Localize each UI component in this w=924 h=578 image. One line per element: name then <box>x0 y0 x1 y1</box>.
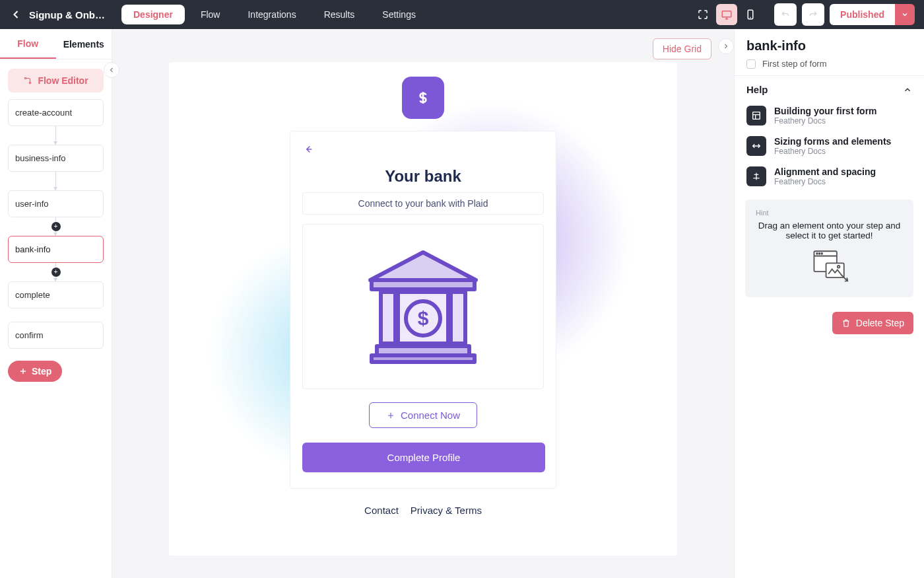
footer-privacy[interactable]: Privacy & Terms <box>411 505 482 516</box>
tab-elements[interactable]: Elements <box>56 29 112 59</box>
svg-point-17 <box>821 253 822 254</box>
step-create-account[interactable]: create-account <box>8 99 104 126</box>
connect-now-button[interactable]: Connect Now <box>369 402 477 428</box>
step-connector-plus[interactable]: + <box>8 263 104 281</box>
add-step-button[interactable]: Step <box>8 361 62 382</box>
first-step-checkbox[interactable]: First step of form <box>746 59 912 69</box>
help-title: Building your first form <box>774 106 877 116</box>
nav-designer[interactable]: Designer <box>121 5 185 24</box>
trash-icon <box>842 318 851 328</box>
flow-editor-label: Flow Editor <box>38 75 88 86</box>
help-title: Alignment and spacing <box>774 166 876 177</box>
viewport-fullscreen[interactable] <box>692 4 713 25</box>
step-connector <box>8 126 104 145</box>
svg-rect-8 <box>381 292 395 343</box>
complete-profile-button[interactable]: Complete Profile <box>302 443 545 472</box>
svg-point-16 <box>818 253 820 254</box>
step-confirm[interactable]: confirm <box>8 322 104 349</box>
add-step-label: Step <box>32 366 51 377</box>
hint-message: Drag an element onto your step and selec… <box>756 221 903 240</box>
svg-point-15 <box>816 253 818 254</box>
tab-flow[interactable]: Flow <box>0 29 56 59</box>
svg-text:$: $ <box>418 307 429 329</box>
delete-step-button[interactable]: Delete Step <box>832 312 913 334</box>
top-nav: Designer Flow Integrations Results Setti… <box>121 5 428 24</box>
svg-marker-4 <box>370 252 476 280</box>
viewport-group <box>692 4 761 25</box>
publish-button[interactable]: Published <box>830 4 895 25</box>
footer-links: Contact Privacy & Terms <box>169 505 677 516</box>
panel-right: bank-info First step of form Help Buildi… <box>734 29 924 578</box>
sidebar-left: Flow Elements Flow Editor create-account… <box>0 29 112 578</box>
svg-point-2 <box>25 77 26 79</box>
step-bank-info[interactable]: bank-info <box>8 236 104 263</box>
svg-rect-7 <box>372 355 475 362</box>
artboard[interactable]: Your bank Connect to your bank with Plai… <box>169 62 677 556</box>
publish-dropdown[interactable] <box>895 4 915 25</box>
form-card[interactable]: Your bank Connect to your bank with Plai… <box>290 131 556 489</box>
step-complete[interactable]: complete <box>8 281 104 308</box>
viewport-desktop[interactable] <box>716 4 737 25</box>
help-item-alignment[interactable]: Alignment and spacingFeathery Docs <box>735 161 924 192</box>
left-tabs: Flow Elements <box>0 29 112 59</box>
form-name[interactable]: Signup & Onboar… <box>29 9 108 20</box>
bank-illustration: $ <box>302 224 544 389</box>
panel-title: bank-info <box>746 38 912 54</box>
hint-label: Hint <box>756 209 903 217</box>
help-item-sizing[interactable]: Sizing forms and elementsFeathery Docs <box>735 131 924 161</box>
nav-settings[interactable]: Settings <box>370 5 428 24</box>
drag-element-icon <box>810 248 849 283</box>
help-section-header[interactable]: Help <box>735 76 924 100</box>
publish-group: Published <box>830 4 915 25</box>
svg-rect-13 <box>753 112 760 120</box>
help-sub: Feathery Docs <box>774 116 877 126</box>
footer-contact[interactable]: Contact <box>364 505 399 516</box>
collapse-right-icon[interactable] <box>718 38 734 54</box>
hide-grid-button[interactable]: Hide Grid <box>653 38 711 59</box>
delete-step-label: Delete Step <box>856 318 904 328</box>
card-subtitle: Connect to your bank with Plaid <box>302 192 544 215</box>
help-title: Sizing forms and elements <box>774 136 891 147</box>
help-item-building[interactable]: Building your first formFeathery Docs <box>735 100 924 131</box>
layout-icon <box>746 106 766 126</box>
topbar: Signup & Onboar… Designer Flow Integrati… <box>0 0 924 29</box>
step-connector-plus[interactable]: + <box>8 217 104 236</box>
resize-icon <box>746 136 766 156</box>
nav-results[interactable]: Results <box>312 5 367 24</box>
dollar-badge-icon <box>402 77 444 119</box>
hint-box: Hint Drag an element onto your step and … <box>745 199 913 297</box>
help-sub: Feathery Docs <box>774 177 876 186</box>
svg-point-3 <box>30 82 31 83</box>
help-header-label: Help <box>746 84 768 95</box>
svg-rect-0 <box>722 11 731 17</box>
help-sub: Feathery Docs <box>774 147 891 156</box>
viewport-mobile[interactable] <box>740 4 761 25</box>
card-back-icon[interactable] <box>302 146 314 157</box>
redo-button[interactable] <box>802 3 824 26</box>
checkbox-icon <box>746 59 756 69</box>
step-list: create-account business-info user-info +… <box>0 99 112 349</box>
flow-editor-button[interactable]: Flow Editor <box>8 69 104 92</box>
card-title: Your bank <box>302 167 544 186</box>
first-step-label: First step of form <box>762 59 827 69</box>
svg-rect-9 <box>451 292 465 343</box>
nav-integrations[interactable]: Integrations <box>236 5 308 24</box>
chevron-up-icon <box>903 85 912 94</box>
align-icon <box>746 166 766 186</box>
step-business-info[interactable]: business-info <box>8 145 104 172</box>
step-connector <box>8 172 104 190</box>
back-arrow-icon[interactable] <box>9 8 22 21</box>
nav-flow[interactable]: Flow <box>189 5 232 24</box>
svg-rect-5 <box>372 280 475 289</box>
undo-button[interactable] <box>774 3 797 26</box>
canvas[interactable]: Hide Grid Your bank Connect to your bank… <box>112 29 734 578</box>
step-user-info[interactable]: user-info <box>8 190 104 217</box>
connect-now-label: Connect Now <box>401 410 460 421</box>
